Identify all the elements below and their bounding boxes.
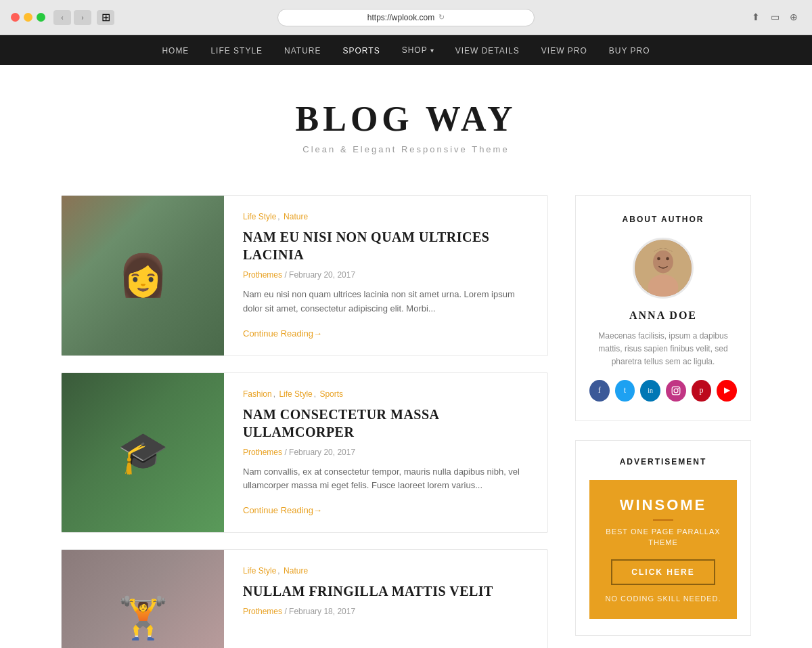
- nav-item-sports[interactable]: SPORTS: [343, 44, 380, 56]
- browser-navigation: ‹ ›: [53, 10, 91, 25]
- post-card-1: Life Style, Nature NAM EU NISI NON QUAM …: [61, 195, 548, 356]
- posts-column: Life Style, Nature NAM EU NISI NON QUAM …: [61, 195, 548, 648]
- new-tab-icon[interactable]: ⊕: [786, 10, 801, 25]
- svg-point-4: [666, 257, 669, 261]
- category-fashion[interactable]: Fashion: [243, 389, 272, 399]
- tab-button[interactable]: ⊞: [97, 10, 114, 25]
- post-content-3: Life Style, Nature NULLAM FRINGILLA MATT…: [224, 550, 547, 648]
- category-lifestyle-3[interactable]: Life Style: [243, 566, 276, 576]
- nav-link-view-details[interactable]: VIEW DETAILS: [455, 46, 520, 56]
- share-icon[interactable]: ⬆: [748, 10, 763, 25]
- nav-link-shop[interactable]: SHOP: [402, 45, 428, 55]
- nav-item-view-details[interactable]: VIEW DETAILS: [455, 44, 520, 56]
- nav-item-shop[interactable]: SHOP ▾: [402, 45, 434, 55]
- post-image-1[interactable]: [62, 196, 224, 355]
- about-author-widget: ABOUT AUTHOR ANNA DOE Maecenas facilisis…: [575, 195, 751, 421]
- post-image-2[interactable]: [62, 373, 224, 533]
- url-bar[interactable]: https://wplook.com ↻: [277, 9, 535, 26]
- nav-link-view-pro[interactable]: VIEW PRO: [541, 46, 587, 56]
- category-lifestyle-2[interactable]: Life Style: [279, 389, 312, 399]
- nav-item-buy-pro[interactable]: BUY PRO: [609, 44, 650, 56]
- ad-click-button[interactable]: CLICK HERE: [611, 559, 715, 585]
- shop-dropdown-arrow: ▾: [430, 47, 434, 54]
- about-author-title: ABOUT AUTHOR: [589, 215, 737, 224]
- linkedin-icon[interactable]: in: [640, 380, 660, 402]
- post-date-2: / February 20, 2017: [284, 448, 355, 457]
- ad-brand-title: WINSOME: [600, 496, 726, 514]
- post-meta-2: Prothemes / February 20, 2017: [243, 448, 528, 457]
- reading-icon[interactable]: ▭: [767, 10, 782, 25]
- facebook-icon[interactable]: f: [589, 380, 610, 402]
- svg-point-3: [657, 257, 660, 261]
- browser-chrome: ‹ › ⊞ https://wplook.com ↻ ⬆ ▭ ⊕: [0, 0, 812, 35]
- post-thumbnail-3: [62, 550, 224, 648]
- post-excerpt-1: Nam eu nisi non quam ultrices lacinia no…: [243, 288, 528, 316]
- nav-item-home[interactable]: HOME: [162, 44, 189, 56]
- author-avatar-image: [635, 238, 692, 299]
- site-tagline: Clean & Elegant Responsive Theme: [14, 144, 798, 154]
- nav-link-lifestyle[interactable]: LIFE STYLE: [210, 46, 263, 56]
- social-icons: f t in p ▶: [589, 380, 737, 402]
- post-card-2: Fashion, Life Style, Sports NAM CONSECTE…: [61, 372, 548, 534]
- svg-point-6: [674, 389, 678, 393]
- read-more-2[interactable]: Continue Reading→: [243, 505, 322, 515]
- nav-item-lifestyle[interactable]: LIFE STYLE: [210, 44, 263, 56]
- pinterest-icon[interactable]: p: [692, 380, 712, 402]
- advertisement-title: ADVERTISEMENT: [589, 457, 737, 467]
- nav-item-nature[interactable]: NATURE: [284, 44, 321, 56]
- youtube-icon[interactable]: ▶: [717, 380, 737, 402]
- author-bio: Maecenas facilisis, ipsum a dapibus matt…: [589, 330, 737, 369]
- advertisement-widget: ADVERTISEMENT WINSOME BEST ONE PAGE PARA…: [575, 440, 751, 636]
- post-title-3: NULLAM FRINGILLA MATTIS VELIT: [243, 582, 528, 600]
- post-excerpt-2: Nam convallis, ex at consectetur tempor,…: [243, 465, 528, 494]
- post-thumbnail-2: [62, 373, 224, 533]
- read-more-1[interactable]: Continue Reading→: [243, 328, 322, 339]
- ad-footer: NO CODING SKILL NEEDED.: [600, 595, 726, 603]
- forward-button[interactable]: ›: [74, 10, 91, 25]
- author-name: ANNA DOE: [589, 309, 737, 322]
- back-button[interactable]: ‹: [53, 10, 71, 25]
- post-categories-1: Life Style, Nature: [243, 212, 528, 221]
- site-title: BLOG WAY: [14, 99, 798, 139]
- post-image-3[interactable]: [62, 550, 224, 648]
- post-categories-3: Life Style, Nature: [243, 566, 528, 576]
- twitter-icon[interactable]: t: [615, 380, 635, 402]
- nav-link-home[interactable]: HOME: [162, 46, 189, 56]
- post-content-2: Fashion, Life Style, Sports NAM CONSECTE…: [224, 373, 547, 533]
- nav-link-sports[interactable]: SPORTS: [343, 46, 380, 56]
- post-author-2: Prothemes: [243, 448, 282, 457]
- maximize-dot[interactable]: [37, 13, 45, 22]
- nav-link-buy-pro[interactable]: BUY PRO: [609, 46, 650, 56]
- instagram-icon[interactable]: [666, 380, 686, 402]
- nav-menu: HOME LIFE STYLE NATURE SPORTS SHOP ▾ VIE…: [162, 44, 650, 56]
- category-nature[interactable]: Nature: [284, 212, 308, 221]
- post-thumbnail-1: [62, 196, 224, 355]
- category-lifestyle[interactable]: Life Style: [243, 212, 276, 221]
- post-author-1: Prothemes: [243, 270, 282, 280]
- refresh-icon[interactable]: ↻: [438, 13, 445, 22]
- minimize-dot[interactable]: [24, 13, 32, 22]
- author-avatar: [633, 238, 694, 299]
- content-area: Life Style, Nature NAM EU NISI NON QUAM …: [47, 181, 765, 648]
- post-author-3: Prothemes: [243, 607, 282, 616]
- close-dot[interactable]: [11, 13, 20, 22]
- post-date-3: / February 18, 2017: [284, 607, 355, 616]
- category-nature-3[interactable]: Nature: [284, 566, 308, 576]
- post-date-1: / February 20, 2017: [284, 270, 355, 280]
- browser-actions: ⬆ ▭ ⊕: [748, 10, 801, 25]
- svg-point-2: [648, 274, 679, 299]
- post-title-1: NAM EU NISI NON QUAM ULTRICES LACINIA: [243, 228, 528, 263]
- browser-dots: [11, 13, 45, 22]
- nav-link-nature[interactable]: NATURE: [284, 46, 321, 56]
- category-sports[interactable]: Sports: [319, 389, 343, 399]
- ad-subtitle: BEST ONE PAGE PARALLAXTHEME: [600, 526, 726, 548]
- svg-point-1: [653, 251, 673, 274]
- post-meta-3: Prothemes / February 18, 2017: [243, 607, 528, 616]
- post-meta-1: Prothemes / February 20, 2017: [243, 270, 528, 280]
- site-navigation: HOME LIFE STYLE NATURE SPORTS SHOP ▾ VIE…: [0, 35, 812, 65]
- site-wrapper: HOME LIFE STYLE NATURE SPORTS SHOP ▾ VIE…: [0, 35, 812, 648]
- nav-item-view-pro[interactable]: VIEW PRO: [541, 44, 587, 56]
- svg-rect-5: [672, 387, 680, 395]
- sidebar: ABOUT AUTHOR ANNA DOE Maecenas facilisis…: [575, 195, 751, 648]
- svg-point-7: [677, 387, 679, 389]
